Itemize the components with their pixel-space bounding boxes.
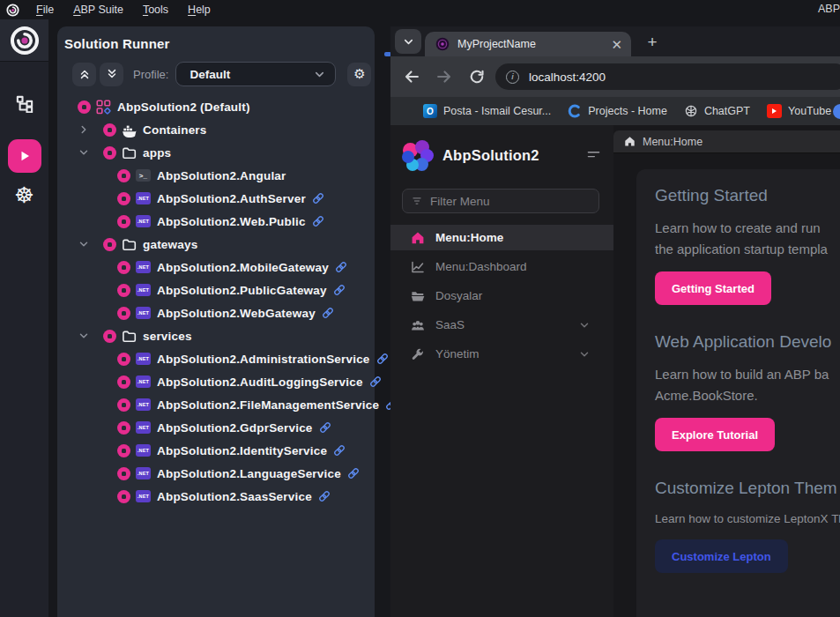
- browser-tab[interactable]: MyProjectName ✕: [425, 32, 631, 56]
- stop-state-icon[interactable]: [117, 261, 130, 274]
- address-bar[interactable]: i localhost:4200: [495, 63, 840, 90]
- back-button[interactable]: [403, 68, 420, 85]
- stop-state-icon[interactable]: [117, 375, 130, 389]
- browse-link-icon[interactable]: [319, 421, 331, 434]
- browse-link-icon[interactable]: [333, 444, 346, 457]
- browse-link-icon[interactable]: [333, 284, 346, 296]
- chevron-down-icon[interactable]: [78, 146, 90, 159]
- chevron-down-icon: [578, 348, 591, 361]
- browser-tabstrip: MyProjectName ✕ +: [390, 26, 840, 56]
- tab-close-icon[interactable]: ✕: [611, 38, 622, 51]
- tree-item-label: gateways: [143, 238, 197, 251]
- chevron-down-icon[interactable]: [78, 330, 90, 342]
- stop-state-icon[interactable]: [117, 307, 130, 320]
- stop-state-icon[interactable]: [117, 353, 130, 366]
- stop-state-icon[interactable]: [117, 490, 130, 503]
- browse-link-icon[interactable]: [312, 192, 324, 204]
- tree-item[interactable]: gateways: [57, 233, 375, 256]
- browse-link-icon[interactable]: [335, 261, 347, 273]
- bookmark-label: ChatGPT: [704, 105, 750, 117]
- tree-item[interactable]: .NETAbpSolution2.PublicGateway: [57, 279, 375, 301]
- tree-item[interactable]: Containers: [57, 118, 375, 141]
- folder-icon: [122, 145, 137, 160]
- tree-item[interactable]: .NETAbpSolution2.SaasService: [57, 485, 375, 508]
- stop-state-icon[interactable]: [117, 215, 130, 228]
- browse-link-icon[interactable]: [318, 490, 331, 502]
- menu-help[interactable]: Help: [178, 0, 220, 19]
- menu-file[interactable]: File: [26, 0, 63, 19]
- tree-item[interactable]: .NETAbpSolution2.FileManagementService: [57, 393, 375, 416]
- forward-button[interactable]: [435, 68, 453, 85]
- tree-item[interactable]: .NETAbpSolution2.LanguageService: [57, 462, 375, 485]
- menu-abp-suite[interactable]: ABP Suite: [63, 0, 133, 19]
- tree-item[interactable]: .NETAbpSolution2.IdentityService: [57, 439, 375, 462]
- menu-tools[interactable]: Tools: [133, 0, 178, 19]
- stop-state-icon[interactable]: [117, 421, 130, 435]
- tree-item[interactable]: .NETAbpSolution2.AdministrationService: [57, 347, 375, 370]
- explore-tutorial-button[interactable]: Explore Tutorial: [655, 418, 775, 451]
- browse-link-icon[interactable]: [347, 467, 360, 479]
- bookmark-chatgpt[interactable]: ChatGPT: [684, 104, 750, 118]
- filter-menu-input[interactable]: [430, 195, 562, 208]
- stop-state-icon[interactable]: [103, 330, 116, 343]
- stop-state-icon[interactable]: [117, 169, 130, 182]
- profile-dropdown[interactable]: Default: [175, 62, 336, 86]
- tree-item[interactable]: .NETAbpSolution2.AuthServer: [57, 187, 375, 210]
- section-text: the application startup templa: [655, 239, 840, 260]
- collapse-all-button[interactable]: [72, 63, 96, 86]
- titlebar: FileABP SuiteToolsHelp ABP Studio: [0, 0, 840, 19]
- site-info-icon[interactable]: i: [506, 71, 519, 84]
- browse-link-icon[interactable]: [322, 307, 334, 319]
- stop-state-icon[interactable]: [103, 146, 116, 160]
- tree-item[interactable]: .NETAbpSolution2.AuditLoggingService: [57, 370, 375, 393]
- chevron-down-icon[interactable]: [78, 238, 90, 250]
- solution-runner-tool[interactable]: [8, 139, 41, 173]
- bookmark-projects[interactable]: Projects - Home: [568, 104, 667, 118]
- tree-item[interactable]: .NETAbpSolution2.GdprService: [57, 416, 375, 439]
- tree-item[interactable]: .NETAbpSolution2.WebGateway: [57, 301, 375, 324]
- bookmark-youtube[interactable]: YouTube: [767, 104, 831, 118]
- solution-explorer-tool[interactable]: [0, 85, 48, 123]
- tree-item[interactable]: .NETAbpSolution2.MobileGateway: [57, 256, 375, 279]
- stop-state-icon[interactable]: [117, 398, 130, 412]
- browse-link-icon[interactable]: [369, 375, 382, 388]
- new-tab-button[interactable]: +: [640, 30, 665, 55]
- tree-item[interactable]: >_AbpSolution2.Angular: [57, 164, 375, 187]
- stop-state-icon[interactable]: [117, 192, 130, 205]
- tree-item[interactable]: AbpSolution2 (Default): [57, 95, 375, 118]
- bookmark-outlook[interactable]: OPosta - Ismail Cesur...: [423, 104, 551, 118]
- tree-item-label: AbpSolution2.SaasService: [157, 490, 312, 503]
- chevron-right-icon[interactable]: [78, 123, 90, 136]
- app-menu: Menu:HomeMenu:DashboardDosyalarSaaSYönet…: [390, 225, 613, 370]
- abp-studio-logo[interactable]: [0, 19, 48, 62]
- expand-all-button[interactable]: [100, 63, 123, 86]
- section-text: Learn how to build an ABP ba: [655, 364, 840, 385]
- tab-search-button[interactable]: [395, 29, 421, 54]
- tree-item[interactable]: apps: [57, 141, 375, 164]
- stop-state-icon[interactable]: [103, 238, 116, 251]
- menu-item-menu-home[interactable]: Menu:Home: [390, 225, 613, 250]
- profile-settings-button[interactable]: ⚙: [347, 63, 371, 86]
- gear-icon: ⚙: [353, 66, 365, 82]
- tree-item[interactable]: .NETAbpSolution2.Web.Public: [57, 210, 375, 233]
- customize-lepton-button[interactable]: Customize Lepton: [655, 539, 788, 573]
- stop-state-icon[interactable]: [117, 284, 130, 297]
- menu-item-y-netim[interactable]: Yönetim: [390, 341, 613, 367]
- filter-menu-box[interactable]: [402, 189, 599, 213]
- sidebar-toggle-icon[interactable]: [584, 149, 603, 161]
- menu-item-dosyalar[interactable]: Dosyalar: [390, 283, 613, 308]
- menu-item-saas[interactable]: SaaS: [390, 312, 613, 338]
- kubernetes-tool[interactable]: ☸: [0, 183, 48, 206]
- menu-item-menu-dashboard[interactable]: Menu:Dashboard: [390, 254, 613, 279]
- browse-link-icon[interactable]: [312, 215, 324, 227]
- stop-state-icon[interactable]: [117, 467, 130, 480]
- docker-icon: [122, 123, 137, 138]
- dotnet-icon: .NET: [136, 214, 151, 229]
- stop-state-icon[interactable]: [78, 100, 91, 114]
- stop-state-icon[interactable]: [117, 444, 130, 457]
- stop-state-icon[interactable]: [103, 123, 116, 137]
- reload-button[interactable]: [468, 68, 486, 85]
- tree-item[interactable]: services: [57, 324, 375, 347]
- browse-link-icon[interactable]: [376, 353, 389, 365]
- getting-started-button[interactable]: Getting Started: [655, 271, 771, 305]
